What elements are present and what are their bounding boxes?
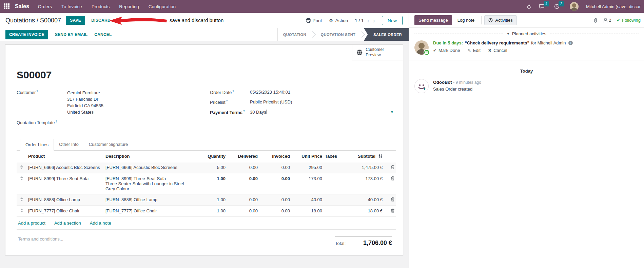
cell-invoiced[interactable]: 0.00 xyxy=(259,206,291,217)
add-note-link[interactable]: Add a note xyxy=(90,221,111,226)
cell-description[interactable]: [FURN_8888] Office Lamp xyxy=(105,197,193,202)
tab-other-info[interactable]: Other Info xyxy=(54,139,84,151)
cell-description[interactable]: [FURN_8999] Three-Seat Sofa xyxy=(105,176,193,181)
menu-orders[interactable]: Orders xyxy=(38,4,52,9)
col-subtotal[interactable]: Subtotal xyxy=(358,154,375,159)
order-date-value[interactable]: 05/25/2023 15:40:01 xyxy=(250,90,290,95)
cell-delivered[interactable]: 0.00 xyxy=(227,194,259,206)
cell-taxes[interactable] xyxy=(324,162,344,173)
cell-description[interactable]: [FURN_7777] Office Chair xyxy=(105,208,193,213)
tab-order-lines[interactable]: Order Lines xyxy=(20,139,54,151)
activities-button[interactable]: Activities xyxy=(484,15,516,25)
order-line-row[interactable]: [FURN_7777] Office Chair [FURN_7777] Off… xyxy=(17,206,396,217)
cell-invoiced[interactable]: 0.00 xyxy=(259,162,291,173)
send-by-email-button[interactable]: SEND BY EMAIL xyxy=(55,32,87,37)
delete-row-icon[interactable] xyxy=(391,197,395,203)
create-invoice-button[interactable]: CREATE INVOICE xyxy=(5,30,48,39)
odoobot-avatar[interactable] xyxy=(414,79,429,93)
user-avatar[interactable] xyxy=(570,2,579,11)
col-taxes[interactable]: Taxes xyxy=(324,151,344,162)
app-title[interactable]: Sales xyxy=(15,3,29,9)
cell-quantity[interactable]: 1.00 xyxy=(195,194,227,206)
col-invoiced[interactable]: Invoiced xyxy=(259,151,291,162)
col-description[interactable]: Description xyxy=(104,151,195,162)
pager-next-icon[interactable]: › xyxy=(373,17,375,24)
menu-reporting[interactable]: Reporting xyxy=(119,4,139,9)
cancel-button[interactable]: CANCEL xyxy=(94,32,112,37)
user-menu[interactable]: Mitchell Admin (save_discar xyxy=(586,4,641,9)
order-line-row[interactable]: [FURN_8888] Office Lamp [FURN_8888] Offi… xyxy=(17,194,396,206)
followers-button[interactable]: 2 xyxy=(603,18,611,23)
breadcrumb[interactable]: Quotations / S00007 xyxy=(5,17,61,24)
drag-handle-icon[interactable] xyxy=(17,173,27,194)
order-line-row[interactable]: [FURN_8999] Three-Seat Sofa [FURN_8999] … xyxy=(17,173,396,194)
dropdown-caret-icon[interactable]: ▼ xyxy=(390,110,394,114)
cell-taxes[interactable] xyxy=(324,173,344,194)
terms-placeholder[interactable]: Terms and conditions... xyxy=(18,236,63,247)
log-note-button[interactable]: Log note xyxy=(453,15,479,25)
menu-to-invoice[interactable]: To Invoice xyxy=(61,4,82,9)
new-button[interactable]: New xyxy=(382,16,403,25)
cell-taxes[interactable] xyxy=(324,206,344,217)
col-delivered[interactable]: Delivered xyxy=(227,151,259,162)
status-step-quotation[interactable]: QUOTATION xyxy=(278,28,312,41)
cell-unit-price[interactable]: 40.00 xyxy=(291,194,324,206)
order-line-row[interactable]: [FURN_6666] Acoustic Bloc Screens [FURN_… xyxy=(17,162,396,173)
cell-description[interactable]: [FURN_6666] Acoustic Bloc Screens xyxy=(105,165,193,170)
customer-preview-button[interactable]: Customer Preview xyxy=(352,45,403,60)
discard-button[interactable]: DISCARD xyxy=(91,18,111,23)
debug-bug-icon[interactable] xyxy=(526,4,531,9)
save-button[interactable]: SAVE xyxy=(66,16,85,25)
status-step-sales-order[interactable]: SALES ORDER xyxy=(364,28,409,41)
cell-invoiced[interactable]: 0.00 xyxy=(259,173,291,194)
drag-handle-icon[interactable] xyxy=(17,162,27,173)
send-message-button[interactable]: Send message xyxy=(414,15,452,25)
cell-quantity[interactable]: 5.00 xyxy=(195,162,227,173)
cell-delivered[interactable]: 0.00 xyxy=(227,173,259,194)
delete-row-icon[interactable] xyxy=(391,208,395,214)
delete-row-icon[interactable] xyxy=(391,176,395,181)
mark-done-button[interactable]: ✔Mark Done xyxy=(433,48,460,53)
optional-columns-icon[interactable] xyxy=(378,154,383,158)
col-unit-price[interactable]: Unit Price xyxy=(291,151,324,162)
menu-configuration[interactable]: Configuration xyxy=(149,4,176,9)
cell-product[interactable]: [FURN_8999] Three-Seat Sofa xyxy=(27,173,104,194)
add-section-link[interactable]: Add a section xyxy=(54,221,81,226)
cell-quantity[interactable]: 1.00 xyxy=(195,206,227,217)
menu-products[interactable]: Products xyxy=(92,4,110,9)
attachment-paperclip-icon[interactable] xyxy=(593,18,598,23)
drag-handle-icon[interactable] xyxy=(17,206,27,217)
payment-terms-field[interactable]: 30 Days ▼ xyxy=(250,110,394,116)
cell-invoiced[interactable]: 0.00 xyxy=(259,194,291,206)
cell-delivered[interactable]: 0.00 xyxy=(227,162,259,173)
cell-product[interactable]: [FURN_6666] Acoustic Bloc Screens xyxy=(27,162,104,173)
drag-handle-icon[interactable] xyxy=(17,194,27,206)
pager-previous-icon[interactable]: ‹ xyxy=(367,17,370,24)
cancel-activity-button[interactable]: ✖Cancel xyxy=(488,48,507,53)
message-author[interactable]: OdooBot xyxy=(433,80,452,85)
cell-unit-price[interactable]: 173.00 xyxy=(291,173,324,194)
messages-icon[interactable]: 4 xyxy=(539,4,545,9)
apps-menu-icon[interactable] xyxy=(4,3,10,9)
cell-unit-price[interactable]: 18.00 xyxy=(291,206,324,217)
cell-product[interactable]: [FURN_7777] Office Chair xyxy=(27,206,104,217)
info-icon[interactable]: i xyxy=(568,41,573,45)
pricelist-value[interactable]: Public Pricelist (USD) xyxy=(250,99,292,105)
print-button[interactable]: Print xyxy=(306,18,322,23)
cell-product[interactable]: [FURN_8888] Office Lamp xyxy=(27,194,104,206)
planned-activities-toggle[interactable]: ▼ Planned activities xyxy=(507,31,546,36)
following-button[interactable]: ✔ Following xyxy=(617,18,641,23)
col-quantity[interactable]: Quantity xyxy=(195,151,227,162)
cell-taxes[interactable] xyxy=(324,194,344,206)
customer-link[interactable]: Gemini Furniture xyxy=(67,90,103,96)
add-product-link[interactable]: Add a product xyxy=(18,221,45,226)
cell-quantity[interactable]: 1.00 xyxy=(195,173,227,194)
cell-unit-price[interactable]: 295.00 xyxy=(291,162,324,173)
cell-delivered[interactable]: 0.00 xyxy=(227,206,259,217)
edit-activity-button[interactable]: ✎Edit xyxy=(468,48,481,53)
col-product[interactable]: Product xyxy=(27,151,104,162)
action-menu-button[interactable]: ⚙ Action xyxy=(329,18,348,23)
activities-clock-icon[interactable]: 2 xyxy=(554,4,560,9)
tab-customer-signature[interactable]: Customer Signature xyxy=(84,139,133,151)
delete-row-icon[interactable] xyxy=(391,165,395,170)
